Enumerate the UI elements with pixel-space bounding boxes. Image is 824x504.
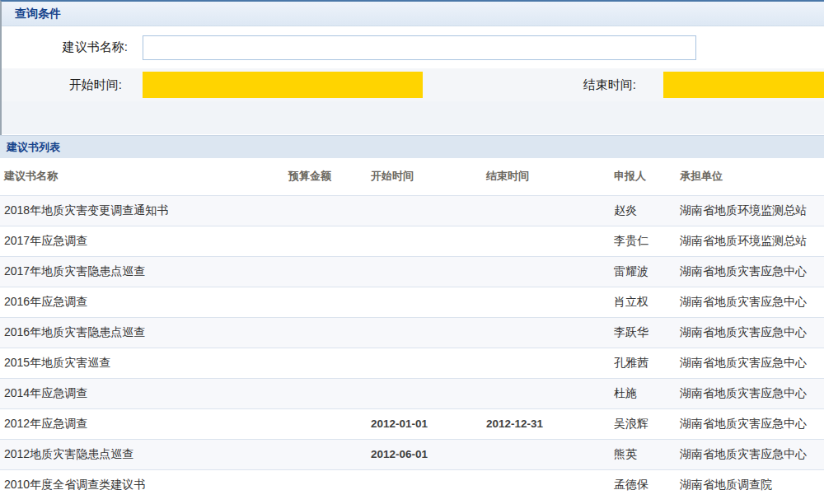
table-row[interactable]: 2012地质灾害隐患点巡查 2012-06-01 熊英 湖南省地质灾害应急中心	[0, 439, 824, 469]
query-panel-title: 查询条件	[15, 7, 61, 21]
cell-proposal-name: 2018年地质灾害变更调查通知书	[0, 195, 284, 226]
cell-start-date	[367, 287, 482, 317]
table-row[interactable]: 2016年应急调查 肖立权 湖南省地质灾害应急中心	[0, 287, 824, 317]
cell-budget	[284, 408, 367, 439]
query-conditions-panel: 查询条件 建议书名称: 开始时间: 结束时间:	[0, 0, 824, 135]
cell-applicant: 肖立权	[610, 287, 676, 317]
cell-applicant: 李跃华	[610, 317, 676, 348]
column-header-budget: 预算金额	[284, 158, 367, 195]
cell-start-date	[367, 378, 482, 408]
cell-proposal-name: 2012地质灾害隐患点巡查	[0, 439, 284, 469]
proposal-name-label: 建议书名称:	[2, 40, 128, 55]
table-row[interactable]: 2010年度全省调查类建议书 孟德保 湖南省地质调查院	[0, 469, 824, 500]
cell-unit: 湖南省地质环境监测总站	[676, 226, 824, 256]
cell-start-date	[367, 317, 482, 348]
cell-start-date: 2012-06-01	[367, 439, 482, 469]
cell-unit: 湖南省地质环境监测总站	[676, 195, 824, 226]
cell-start-date	[367, 348, 482, 378]
date-range-row: 开始时间: 结束时间:	[2, 68, 824, 101]
cell-proposal-name: 2012年应急调查	[0, 408, 284, 439]
cell-unit: 湖南省地质灾害应急中心	[676, 378, 824, 408]
proposal-table-header-row: 建议书名称 预算金额 开始时间 结束时间 申报人 承担单位	[0, 158, 824, 195]
table-row[interactable]: 2016年地质灾害隐患点巡查 李跃华 湖南省地质灾害应急中心	[0, 317, 824, 348]
cell-applicant: 李贵仁	[610, 226, 676, 256]
proposal-list-title: 建议书列表	[7, 140, 60, 155]
cell-proposal-name: 2010年度全省调查类建议书	[0, 469, 284, 500]
cell-budget	[284, 317, 367, 348]
cell-unit: 湖南省地质灾害应急中心	[676, 348, 824, 378]
cell-start-date	[367, 469, 482, 500]
proposal-list-header: 建议书列表	[0, 135, 824, 158]
end-time-input[interactable]	[663, 72, 824, 98]
cell-unit: 湖南省地质灾害应急中心	[676, 317, 824, 348]
table-row[interactable]: 2017年应急调查 李贵仁 湖南省地质环境监测总站	[0, 226, 824, 256]
cell-end-date	[482, 226, 610, 256]
cell-applicant: 孔雅茜	[610, 348, 676, 378]
start-time-input[interactable]	[143, 72, 423, 98]
query-panel-header: 查询条件	[2, 2, 824, 26]
cell-proposal-name: 2016年应急调查	[0, 287, 284, 317]
proposal-name-row: 建议书名称:	[2, 26, 824, 68]
cell-applicant: 吴浪辉	[610, 408, 676, 439]
cell-budget	[284, 195, 367, 226]
cell-budget	[284, 469, 367, 500]
cell-budget	[284, 287, 367, 317]
cell-start-date: 2012-01-01	[367, 408, 482, 439]
cell-proposal-name: 2016年地质灾害隐患点巡查	[0, 317, 284, 348]
query-panel-footer	[2, 101, 824, 134]
cell-proposal-name: 2017年应急调查	[0, 226, 284, 256]
table-row[interactable]: 2014年应急调查 杜施 湖南省地质灾害应急中心	[0, 378, 824, 408]
cell-unit: 湖南省地质调查院	[676, 469, 824, 500]
cell-budget	[284, 439, 367, 469]
cell-proposal-name: 2015年地质灾害巡查	[0, 348, 284, 378]
cell-proposal-name: 2014年应急调查	[0, 378, 284, 408]
cell-budget	[284, 348, 367, 378]
table-row[interactable]: 2012年应急调查 2012-01-01 2012-12-31 吴浪辉 湖南省地…	[0, 408, 824, 439]
cell-unit: 湖南省地质灾害应急中心	[676, 287, 824, 317]
cell-budget	[284, 256, 367, 287]
table-row[interactable]: 2017年地质灾害隐患点巡查 雷耀波 湖南省地质灾害应急中心	[0, 256, 824, 287]
cell-end-date	[482, 348, 610, 378]
proposal-name-input[interactable]	[143, 35, 696, 60]
proposal-table-body: 2018年地质灾害变更调查通知书 赵炎 湖南省地质环境监测总站 2017年应急调…	[0, 195, 824, 500]
start-time-label: 开始时间:	[2, 68, 122, 101]
cell-end-date	[482, 317, 610, 348]
cell-budget	[284, 378, 367, 408]
column-header-end: 结束时间	[482, 158, 610, 195]
cell-applicant: 熊英	[610, 439, 676, 469]
cell-end-date	[482, 469, 610, 500]
table-row[interactable]: 2018年地质灾害变更调查通知书 赵炎 湖南省地质环境监测总站	[0, 195, 824, 226]
column-header-unit: 承担单位	[676, 158, 824, 195]
cell-unit: 湖南省地质灾害应急中心	[676, 439, 824, 469]
cell-end-date	[482, 439, 610, 469]
end-time-label: 结束时间:	[529, 68, 636, 101]
cell-applicant: 杜施	[610, 378, 676, 408]
cell-end-date	[482, 287, 610, 317]
cell-applicant: 赵炎	[610, 195, 676, 226]
column-header-start: 开始时间	[367, 158, 482, 195]
cell-end-date	[482, 378, 610, 408]
cell-start-date	[367, 256, 482, 287]
cell-start-date	[367, 195, 482, 226]
cell-end-date	[482, 256, 610, 287]
column-header-name: 建议书名称	[0, 158, 284, 195]
proposal-table: 建议书名称 预算金额 开始时间 结束时间 申报人 承担单位 2018年地质灾害变…	[0, 158, 824, 500]
column-header-applicant: 申报人	[610, 158, 676, 195]
cell-unit: 湖南省地质灾害应急中心	[676, 408, 824, 439]
cell-applicant: 孟德保	[610, 469, 676, 500]
cell-applicant: 雷耀波	[610, 256, 676, 287]
cell-proposal-name: 2017年地质灾害隐患点巡查	[0, 256, 284, 287]
cell-end-date	[482, 195, 610, 226]
cell-start-date	[367, 226, 482, 256]
cell-end-date: 2012-12-31	[482, 408, 610, 439]
cell-unit: 湖南省地质灾害应急中心	[676, 256, 824, 287]
table-row[interactable]: 2015年地质灾害巡查 孔雅茜 湖南省地质灾害应急中心	[0, 348, 824, 378]
cell-budget	[284, 226, 367, 256]
